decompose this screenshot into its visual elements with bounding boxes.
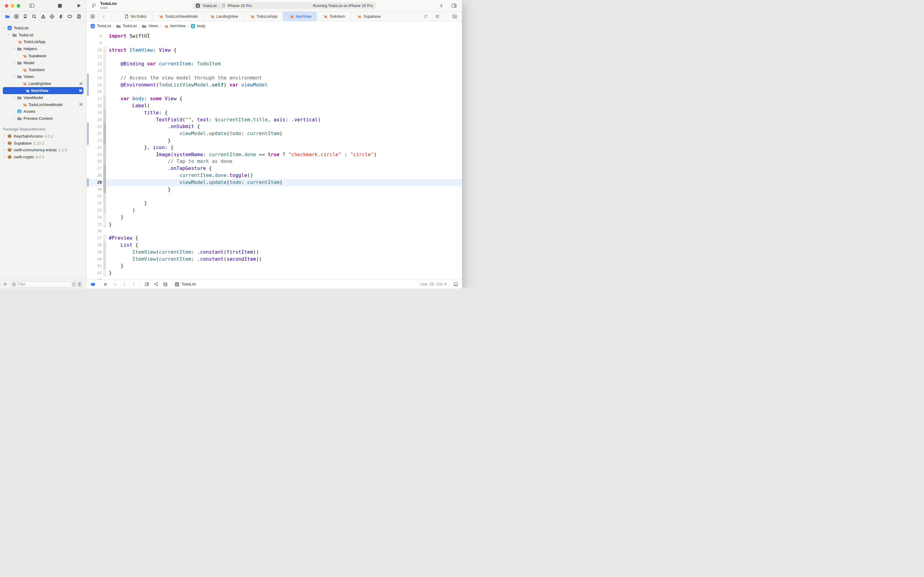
fold-ribbon[interactable] [103, 269, 106, 277]
code-line[interactable]: 20 TextField("", text: $currentItem.titl… [87, 116, 462, 124]
fold-ribbon[interactable] [103, 249, 106, 256]
disclosure-down-icon[interactable] [11, 75, 16, 78]
minimize-button[interactable] [11, 4, 14, 8]
project-status-group[interactable]: TodoList main [90, 2, 135, 10]
fold-ribbon[interactable] [103, 144, 106, 151]
line-number[interactable]: 29 [87, 179, 102, 186]
fold-ribbon[interactable] [103, 165, 106, 172]
line-number[interactable]: 24 [87, 144, 102, 151]
tree-item-supabase[interactable]: Supabase [0, 52, 86, 59]
tree-item-landingview[interactable]: LandingViewM [0, 80, 86, 87]
fold-ribbon[interactable] [103, 33, 106, 40]
code-line[interactable]: 42} [87, 269, 462, 277]
project-navigator-icon[interactable] [4, 13, 11, 20]
fold-ribbon[interactable] [103, 277, 106, 280]
code-line[interactable]: 39 ItemView(currentItem: .constant(first… [87, 249, 462, 256]
fold-ribbon[interactable] [103, 263, 106, 269]
fold-ribbon[interactable] [103, 102, 106, 110]
environment-overrides-icon[interactable] [162, 281, 169, 288]
disclosure-down-icon[interactable] [7, 33, 11, 37]
code-review-icon[interactable] [421, 13, 430, 21]
line-number[interactable]: 32 [87, 200, 102, 207]
filter-field[interactable]: Filter [10, 282, 84, 287]
tab-landingview[interactable]: LandingView [204, 11, 244, 21]
running-process[interactable]: A TodoList [174, 282, 196, 287]
code-line[interactable]: 28 currentItem.done.toggle() [87, 172, 462, 179]
line-number[interactable]: 34 [87, 214, 102, 221]
code-line[interactable]: 33 ) [87, 207, 462, 214]
tab-no-editor[interactable]: No Editor [119, 11, 153, 21]
code-line[interactable]: 23 } [87, 137, 462, 144]
fold-ribbon[interactable] [103, 47, 106, 54]
disclosure-right-icon[interactable] [11, 117, 16, 120]
fold-ribbon[interactable] [103, 95, 106, 102]
fold-ribbon[interactable] [103, 172, 106, 179]
line-number[interactable]: 40 [87, 256, 102, 263]
tab-supabase[interactable]: Supabase [351, 11, 386, 21]
tab-itemview[interactable]: ItemView [283, 11, 317, 21]
zoom-button[interactable] [17, 4, 20, 8]
code-line[interactable]: 19 title: { [87, 110, 462, 116]
tree-item-preview-content[interactable]: Preview Content [0, 115, 86, 122]
code-line[interactable]: 22 viewModel.update(todo: currentItem) [87, 130, 462, 137]
tree-item-helpers[interactable]: Helpers [0, 45, 86, 52]
line-number[interactable]: 16 [87, 88, 102, 95]
code-line[interactable]: 16 [87, 88, 462, 95]
code-line[interactable]: 9 [87, 40, 462, 47]
tree-item-viewmodel[interactable]: ViewModel [0, 94, 86, 101]
line-number[interactable]: 8 [87, 33, 102, 40]
code-line[interactable]: 27 .onTapGesture { [87, 165, 462, 172]
code-line[interactable]: 34 } [87, 214, 462, 221]
fold-ribbon[interactable] [103, 151, 106, 158]
line-number[interactable]: 9 [87, 40, 102, 47]
line-number[interactable]: 23 [87, 137, 102, 144]
line-number[interactable]: 25 [87, 151, 102, 158]
recent-clock-icon[interactable] [71, 282, 76, 287]
line-number[interactable]: 22 [87, 130, 102, 137]
close-button[interactable] [5, 4, 8, 8]
code-line[interactable]: 35} [87, 221, 462, 228]
line-number[interactable]: 39 [87, 249, 102, 256]
debug-navigator-icon[interactable] [58, 13, 65, 20]
find-navigator-icon[interactable] [31, 13, 38, 20]
fold-ribbon[interactable] [103, 116, 106, 124]
line-number[interactable]: 20 [87, 116, 102, 124]
tab-todoitem[interactable]: TodoItem [317, 11, 351, 21]
code-line[interactable]: 15 @Environment(TodoListViewModel.self) … [87, 82, 462, 89]
step-into-icon[interactable] [121, 281, 128, 288]
flag-plusminus-icon[interactable] [77, 282, 82, 287]
code-line[interactable]: 13 [87, 68, 462, 74]
line-number[interactable]: 41 [87, 263, 102, 269]
code-line[interactable]: 37#Preview { [87, 235, 462, 242]
line-number[interactable]: 33 [87, 207, 102, 214]
fold-ribbon[interactable] [103, 110, 106, 116]
line-number[interactable]: 11 [87, 53, 102, 61]
tests-navigator-icon[interactable] [48, 13, 56, 20]
disclosure-down-icon[interactable] [2, 26, 7, 30]
fold-ribbon[interactable] [103, 123, 106, 130]
line-number[interactable]: 18 [87, 102, 102, 110]
code-line[interactable]: 36 [87, 228, 462, 235]
stop-button[interactable] [56, 2, 64, 10]
disclosure-right-icon[interactable] [2, 148, 7, 152]
forward-chevron-icon[interactable] [108, 13, 114, 21]
code-line[interactable]: 14 // Access the view model through the … [87, 74, 462, 82]
fold-ribbon[interactable] [103, 228, 106, 235]
minimap-icon[interactable] [433, 13, 441, 21]
line-number[interactable]: 43 [87, 277, 102, 280]
line-number[interactable]: 19 [87, 110, 102, 116]
step-out-icon[interactable] [130, 281, 137, 288]
fold-ribbon[interactable] [103, 256, 106, 263]
disclosure-right-icon[interactable] [2, 155, 7, 159]
add-icon[interactable] [2, 280, 8, 288]
inspector-toggle-icon[interactable] [450, 2, 458, 10]
breadcrumb-item-views[interactable]: Views [142, 24, 158, 29]
code-line[interactable]: 26 // Tap to mark as done [87, 158, 462, 165]
fold-ribbon[interactable] [103, 193, 106, 200]
line-number[interactable]: 13 [87, 68, 102, 74]
line-number[interactable]: 10 [87, 47, 102, 54]
disclosure-down-icon[interactable] [11, 96, 16, 99]
line-number[interactable]: 21 [87, 123, 102, 130]
breakpoints-toggle-icon[interactable] [90, 281, 96, 288]
disclosure-right-icon[interactable] [2, 134, 7, 138]
